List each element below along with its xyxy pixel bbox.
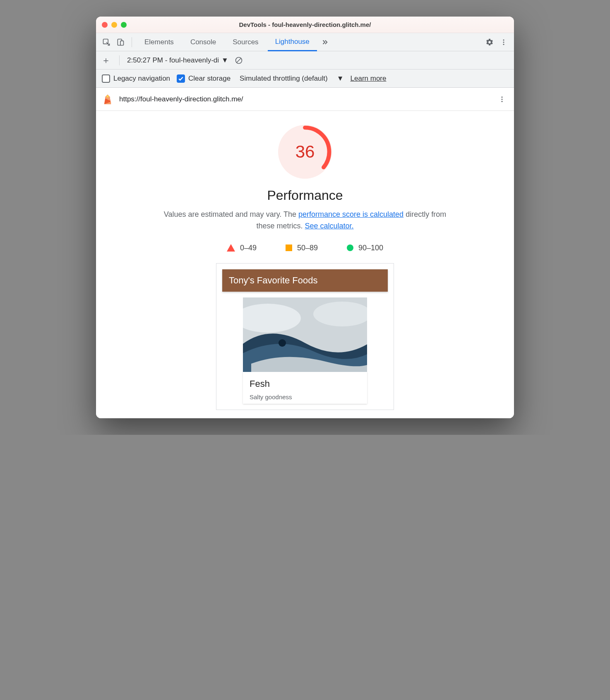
clear-storage-checkbox[interactable]: Clear storage: [177, 74, 231, 83]
category-title: Performance: [113, 188, 497, 203]
preview-item-card: Fesh Salty goodness: [243, 372, 367, 404]
inspect-element-icon[interactable]: [100, 36, 113, 48]
svg-rect-9: [107, 95, 109, 97]
throttling-label: Simulated throttling (default): [240, 74, 328, 83]
tab-label: Console: [190, 38, 216, 46]
devtools-tabstrip: Elements Console Sources Lighthouse: [96, 33, 514, 51]
lighthouse-options-toolbar: Legacy navigation Clear storage Simulate…: [96, 70, 514, 88]
lighthouse-report: 36 Performance Values are estimated and …: [96, 111, 514, 418]
chevron-down-icon: ▼: [337, 74, 344, 83]
report-url-bar: https://foul-heavenly-direction.glitch.m…: [96, 88, 514, 111]
svg-point-3: [503, 39, 504, 41]
triangle-icon: [227, 244, 235, 252]
close-window-button[interactable]: [102, 22, 108, 28]
window-titlebar: DevTools - foul-heavenly-direction.glitc…: [96, 17, 514, 33]
throttling-dropdown[interactable]: Simulated throttling (default) ▼: [240, 74, 343, 83]
checkbox-icon: [177, 74, 185, 83]
legacy-navigation-checkbox[interactable]: Legacy navigation: [102, 74, 170, 83]
performance-score-gauge: 36: [278, 125, 332, 179]
report-url: https://foul-heavenly-direction.glitch.m…: [119, 95, 243, 103]
kebab-menu-icon[interactable]: [497, 36, 510, 48]
svg-point-14: [502, 98, 503, 100]
calculator-link[interactable]: See calculator.: [305, 222, 353, 230]
svg-point-15: [502, 101, 503, 102]
zoom-window-button[interactable]: [121, 22, 127, 28]
minimize-window-button[interactable]: [111, 22, 117, 28]
svg-point-4: [503, 41, 504, 43]
lighthouse-report-toolbar: ＋ 2:50:27 PM - foul-heavenly-di ▼: [96, 51, 514, 70]
window-title: DevTools - foul-heavenly-direction.glitc…: [96, 21, 514, 28]
svg-rect-2: [120, 41, 124, 45]
tab-label: Sources: [233, 38, 258, 46]
report-actions-menu-icon[interactable]: [496, 93, 508, 105]
devtools-window: DevTools - foul-heavenly-direction.glitc…: [96, 17, 514, 418]
score-calc-link[interactable]: performance score is calculated: [298, 210, 403, 218]
more-tabs-icon[interactable]: [319, 36, 331, 48]
separator: [119, 55, 120, 65]
preview-header: Tony's Favorite Foods: [222, 269, 388, 292]
tab-label: Lighthouse: [275, 38, 310, 46]
clear-report-icon[interactable]: [233, 54, 245, 67]
svg-point-5: [503, 43, 504, 45]
traffic-lights: [102, 22, 127, 28]
blurb-text: Values are estimated and may vary. The: [164, 210, 298, 218]
legend-label: 90–100: [358, 244, 383, 252]
learn-more-link[interactable]: Learn more: [351, 74, 387, 83]
svg-point-20: [279, 339, 286, 347]
preview-item-title: Fesh: [250, 379, 360, 389]
legend-pass: 90–100: [347, 244, 383, 252]
page-screenshot-preview: Tony's Favorite Foods Fesh Salty goodnes…: [216, 263, 394, 410]
device-toolbar-icon[interactable]: [114, 36, 127, 48]
preview-image: [243, 297, 367, 372]
tab-console[interactable]: Console: [183, 33, 223, 51]
tab-lighthouse[interactable]: Lighthouse: [268, 34, 317, 51]
new-report-button[interactable]: ＋: [100, 55, 112, 66]
legend-average: 50–89: [286, 244, 318, 252]
score-description: Values are estimated and may vary. The p…: [156, 209, 454, 232]
separator: [132, 37, 132, 47]
tab-label: Elements: [144, 38, 174, 46]
checkbox-label: Legacy navigation: [113, 74, 170, 83]
legend-label: 0–49: [240, 244, 257, 252]
svg-line-7: [237, 58, 241, 62]
report-dropdown-label: 2:50:27 PM - foul-heavenly-di: [127, 56, 219, 65]
checkbox-icon: [102, 74, 110, 83]
square-icon: [286, 245, 292, 251]
preview-item-subtitle: Salty goodness: [250, 393, 360, 400]
performance-score-value: 36: [278, 125, 332, 179]
legend-fail: 0–49: [227, 244, 257, 252]
settings-gear-icon[interactable]: [483, 36, 496, 48]
circle-icon: [347, 245, 353, 251]
checkbox-label: Clear storage: [188, 74, 231, 83]
lighthouse-logo-icon: [102, 93, 113, 105]
chevron-down-icon: ▼: [221, 56, 228, 65]
report-dropdown[interactable]: 2:50:27 PM - foul-heavenly-di ▼: [127, 56, 228, 65]
tab-elements[interactable]: Elements: [137, 33, 181, 51]
score-legend: 0–49 50–89 90–100: [113, 244, 497, 252]
svg-point-13: [502, 96, 503, 98]
tab-sources[interactable]: Sources: [225, 33, 266, 51]
legend-label: 50–89: [297, 244, 318, 252]
